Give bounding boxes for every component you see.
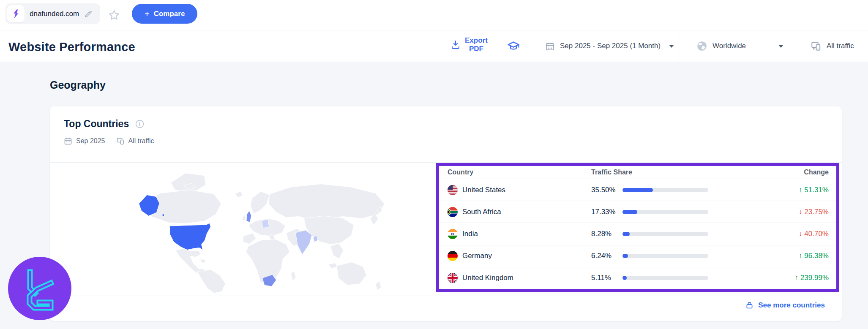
- download-icon: [450, 40, 461, 50]
- bolt-icon: [11, 9, 21, 19]
- info-icon[interactable]: [135, 119, 145, 129]
- chevron-down-icon: [778, 45, 783, 48]
- traffic-share-value: 6.24%: [591, 252, 622, 260]
- compare-label: Compare: [154, 10, 185, 18]
- change-value: ↑ 239.99%: [709, 274, 829, 282]
- calendar-icon: [64, 137, 72, 145]
- traffic-share-value: 17.33%: [591, 208, 622, 216]
- table-row[interactable]: Germany 6.24% ↑ 96.38%: [439, 245, 836, 267]
- change-value: ↓ 40.70%: [709, 230, 829, 238]
- col-header-traffic-share: Traffic Share: [591, 169, 709, 176]
- date-range-value: Sep 2025 - Sep 2025 (1 Month): [560, 42, 661, 50]
- traffic-share-bar: [622, 254, 709, 258]
- card-divider-bottom: [50, 296, 842, 296]
- export-pdf-button[interactable]: Export PDF: [450, 36, 488, 53]
- table-row[interactable]: United Kingdom 5.11% ↑ 239.99%: [439, 267, 836, 289]
- change-value: ↑ 51.31%: [709, 186, 829, 194]
- card-title: Top Countries: [64, 118, 129, 130]
- favorite-star-button[interactable]: [107, 8, 121, 22]
- devices-icon: [116, 137, 125, 145]
- card-traffic-type: All traffic: [128, 137, 154, 145]
- export-label-line1: Export: [465, 36, 488, 44]
- country-flag-icon: [448, 251, 458, 261]
- edit-pencil-icon[interactable]: [84, 10, 93, 18]
- plus-icon: +: [145, 10, 150, 18]
- traffic-share-bar: [622, 276, 709, 280]
- date-range-picker[interactable]: Sep 2025 - Sep 2025 (1 Month): [545, 30, 676, 62]
- region-value: Worldwide: [712, 42, 772, 50]
- export-label-line2: PDF: [469, 45, 483, 53]
- page-title: Website Performance: [8, 40, 135, 54]
- country-name: United Kingdom: [462, 274, 513, 282]
- country-name: South Africa: [462, 208, 501, 216]
- table-row[interactable]: South Africa 17.33% ↓ 23.75%: [439, 201, 836, 223]
- world-map-svg: [92, 164, 405, 294]
- topbar: dnafunded.com + Compare: [0, 0, 868, 30]
- col-header-change: Change: [709, 169, 829, 176]
- domain-pill[interactable]: dnafunded.com: [5, 3, 100, 24]
- top-countries-card: Top Countries Sep 2025 All traffic: [50, 106, 842, 321]
- country-flag-icon: [448, 185, 458, 195]
- traffic-share-bar: [622, 188, 709, 192]
- header-divider-3: [804, 30, 804, 62]
- watermark-logo-icon: [8, 257, 71, 320]
- header-divider-1: [536, 30, 536, 62]
- lock-icon: [745, 301, 754, 310]
- graduation-cap-icon: [507, 40, 520, 52]
- traffic-share-value: 35.50%: [591, 186, 622, 194]
- country-name: Germany: [462, 252, 492, 260]
- domain-name: dnafunded.com: [30, 10, 79, 18]
- card-divider-top: [50, 162, 842, 163]
- traffic-filter-value: All traffic: [827, 42, 854, 50]
- change-value: ↓ 23.75%: [709, 208, 829, 216]
- country-name: India: [462, 230, 478, 238]
- chevron-down-icon: [669, 45, 674, 48]
- traffic-share-value: 5.11%: [591, 274, 622, 282]
- section-title-geography: Geography: [50, 79, 106, 91]
- traffic-filter[interactable]: All traffic: [811, 30, 868, 62]
- change-value: ↑ 96.38%: [709, 252, 829, 260]
- table-row[interactable]: United States 35.50% ↑ 51.31%: [439, 179, 836, 201]
- see-more-label: See more countries: [758, 301, 825, 310]
- see-more-countries-link[interactable]: See more countries: [745, 301, 825, 310]
- country-name: United States: [462, 186, 505, 194]
- compare-button[interactable]: + Compare: [132, 4, 197, 24]
- traffic-share-value: 8.28%: [591, 230, 622, 238]
- country-flag-icon: [448, 229, 458, 239]
- table-row[interactable]: India 8.28% ↓ 40.70%: [439, 223, 836, 245]
- header-bottom-border: [0, 62, 868, 62]
- col-header-country: Country: [448, 169, 591, 176]
- traffic-share-bar: [622, 232, 709, 236]
- header-divider-2: [679, 30, 679, 62]
- country-flag-icon: [448, 207, 458, 217]
- traffic-share-bar: [622, 210, 709, 214]
- region-selector[interactable]: Worldwide: [696, 30, 802, 62]
- site-favicon: [7, 5, 25, 22]
- calendar-icon: [545, 41, 555, 51]
- card-period: Sep 2025: [76, 137, 105, 145]
- watermark-logo: [8, 257, 71, 320]
- star-icon: [108, 9, 120, 22]
- academy-button[interactable]: [507, 40, 520, 54]
- world-map: [92, 164, 405, 294]
- country-flag-icon: [448, 273, 458, 283]
- devices-icon: [811, 41, 822, 52]
- top-countries-table: Country Traffic Share Change United Stat…: [436, 163, 839, 292]
- website-performance-page: dnafunded.com + Compare Website Performa…: [0, 0, 868, 329]
- table-header-row: Country Traffic Share Change: [439, 166, 836, 179]
- globe-icon: [696, 41, 707, 52]
